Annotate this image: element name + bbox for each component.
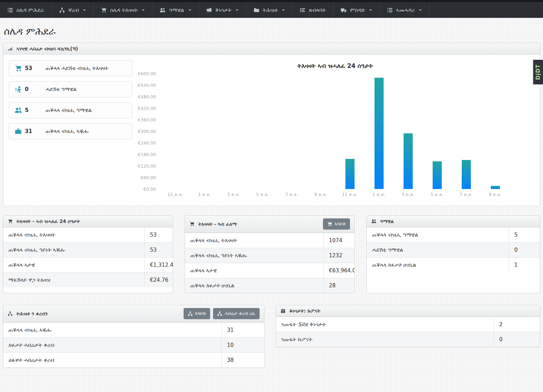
row-value: 1074 bbox=[323, 233, 355, 248]
chart-slot bbox=[161, 74, 190, 189]
chart-x-labels: 11 ድ.ቀ.1 ቅ.ቀ.3 ቅ.ቀ.5 ቅ.ቀ.7 ቅ.ቀ.9 ቅ.ቀ.11 … bbox=[161, 192, 510, 197]
list-icon bbox=[387, 7, 393, 13]
x-tick-label: 1 ቅ.ቀ. bbox=[190, 192, 219, 197]
users-icon bbox=[371, 219, 376, 224]
row-label: ክፉታት ሓበሬታት ቀረብ bbox=[3, 338, 221, 352]
panel-orders-all-time: ትእዛዛት - ካብ ፈለማ ኣካይድ ጠቕላላ ብዝሒ ትእዛዛት 1074 … bbox=[185, 215, 355, 293]
djdt-label: DjDT bbox=[535, 64, 541, 80]
chart-slot bbox=[248, 74, 277, 189]
table-row: ጠቕላላ ብዝሒ ዓማዊል 5 bbox=[367, 227, 540, 242]
panel-title: ቅነሳታት: ኩፖናት bbox=[289, 308, 321, 314]
row-label-emphasis: ክፉታት bbox=[206, 282, 220, 289]
x-tick-label: 7 ቅ.ቀ. bbox=[277, 192, 306, 197]
orders-24h-chart: ትእዛዛት ኣብ ዝሓለፈ 24 ሰዓታት €600.00€540.00€480… bbox=[132, 60, 534, 197]
y-tick-label: €60.00 bbox=[140, 175, 156, 180]
chart-slot bbox=[422, 74, 452, 189]
stat-label: ጠቕላላ ብዝሒ ዓማዊል bbox=[46, 107, 92, 113]
stat-box-total-products: 31 ጠቕላላ ብዝሒ ኣቑሑ bbox=[9, 123, 132, 139]
nav-label: ትሕዝቶ bbox=[263, 7, 278, 13]
row-value: 5 bbox=[509, 227, 540, 242]
stat-box-new-orders: 53 ጠቕላላ ሓደሽቲ ብዝሒ ትእዛዛት bbox=[9, 60, 132, 76]
panel-orders-24h: ትእዛዛት - ኣብ ዝሓለፈ 24 ሰዓታት ጠቕላላ ብዝሒ ትእዛዛት 5… bbox=[3, 215, 173, 293]
nav-item-customers[interactable]: ዓማዊል bbox=[152, 2, 199, 18]
table-row: ጠቕላላ ብዝሒ ዓይነት ኣቑሑ 53 bbox=[3, 242, 173, 257]
nav-item-catalogue[interactable]: ቐረብ bbox=[52, 2, 94, 18]
row-value: 1 bbox=[509, 258, 540, 272]
django-debug-toolbar-handle[interactable]: DjDT bbox=[532, 59, 543, 85]
row-value: 38 bbox=[221, 353, 264, 368]
view-stock-alerts-button[interactable]: ሓበሬታ ቀረብ ርኤ bbox=[213, 308, 260, 319]
y-tick-label: €300.00 bbox=[138, 129, 156, 134]
chevron-down-icon bbox=[142, 9, 145, 11]
panel-offers-vouchers: ቅነሳታት: ኩፖናት ንጡፋት Site ቅነሳታት 2 ንጡፋት ኩፖናት … bbox=[276, 305, 540, 347]
chart-slot bbox=[364, 74, 393, 189]
x-tick-label: 9 ድ.ቀ. bbox=[481, 192, 510, 197]
x-tick-label: 7 ድ.ቀ. bbox=[452, 192, 481, 197]
nav-label: ኣመሓዳሪ bbox=[396, 7, 415, 13]
cart-icon bbox=[190, 222, 194, 226]
y-tick-label: €240.00 bbox=[138, 140, 156, 146]
row-label-part: ዘናቢል bbox=[402, 262, 416, 268]
row-label-emphasis: ዕጹዋት bbox=[8, 357, 22, 363]
chart-slot bbox=[481, 74, 510, 189]
row-label-part: ሓበሬታት ቀረብ bbox=[22, 342, 54, 348]
stats-row-middle: ትእዛዛት - ኣብ ዝሓለፈ 24 ሰዓታት ጠቕላላ ብዝሒ ትእዛዛት 5… bbox=[3, 215, 540, 293]
nav-item-admin[interactable]: ኣመሓዳሪ bbox=[380, 2, 429, 18]
row-label-part: ሓበሬታት ቀረብ bbox=[22, 357, 54, 363]
table-row: ንጡፋት ኩፖናት 0 bbox=[276, 332, 540, 347]
y-tick-label: €480.00 bbox=[138, 94, 156, 99]
nav-item-dashboard[interactable]: ሰሌዳ ምሕደራ bbox=[0, 2, 52, 18]
x-tick-label: 11 ቅ.ቀ. bbox=[335, 192, 364, 197]
nav-label: ዓማዊል bbox=[169, 7, 184, 13]
stats-row-bottom: ትሕዝቶ ን ቀረብን ኣካይድ ሓበሬታ ቀረብ ርኤ ጠቕላላ ብዝሒ ኣቑ… bbox=[3, 305, 540, 368]
row-value: €24.76 bbox=[144, 273, 173, 287]
row-label-part: ቅነሳታት bbox=[308, 321, 326, 328]
button-label: ኣካይድ bbox=[335, 221, 346, 227]
button-label: ሓበሬታ ቀረብ ርኤ bbox=[225, 311, 255, 316]
panel-title: ትእዛዛት - ካብ ፈለማ bbox=[198, 221, 237, 227]
row-value: 2 bbox=[494, 317, 540, 332]
row-label: ማእኸላይ ዋጋ ትእዛዝ bbox=[3, 273, 144, 287]
chevron-down-icon bbox=[236, 9, 239, 11]
panel-heading: ትእዛዛት - ኣብ ዝሓለፈ 24 ሰዓታት bbox=[3, 216, 173, 227]
table-row: ጠቕላላ ኣታዊ €1,312.42 bbox=[3, 257, 173, 272]
chart-bar bbox=[462, 160, 471, 189]
cart-icon bbox=[101, 7, 106, 13]
nav-item-content[interactable]: ትሕዝቶ bbox=[246, 2, 293, 18]
row-label-part: ዘናቢል bbox=[220, 282, 234, 289]
nav-label: ሰሌዳ ትእዛዛት bbox=[110, 7, 138, 13]
stat-box-total-customers: 5 ጠቕላላ ብዝሒ ዓማዊል bbox=[9, 102, 132, 118]
row-label-emphasis: ክፉታት bbox=[388, 262, 401, 268]
chevron-down-icon bbox=[369, 9, 372, 11]
nav-item-fulfilment[interactable]: ምስዳድ bbox=[334, 2, 380, 18]
nav-item-offers[interactable]: ቅነሳታት bbox=[199, 2, 246, 18]
y-tick-label: €180.00 bbox=[138, 152, 156, 157]
chart-slot bbox=[190, 74, 219, 189]
table-row: ጠቕላላ ብዝሒ ኣቑሑ 31 bbox=[3, 322, 264, 337]
panel-heading: ትሕዝቶ ን ቀረብን ኣካይድ ሓበሬታ ቀረብ ርኤ bbox=[3, 305, 264, 322]
row-label-part: ጠቕላላ bbox=[372, 262, 388, 268]
page-title: ሰሌዳ ምሕደራ bbox=[4, 26, 543, 37]
table-row: ጠቕላላ ክፉታት ዘናቢል 28 bbox=[185, 278, 355, 293]
chart-bar bbox=[345, 159, 355, 189]
panel-heading: ትእዛዛት - ካብ ፈለማ ኣካይድ bbox=[185, 216, 355, 233]
cart-icon bbox=[8, 219, 13, 224]
y-tick-label: €540.00 bbox=[138, 83, 156, 88]
manage-orders-button[interactable]: ኣካይድ bbox=[323, 218, 350, 230]
row-label: ጠቕላላ ብዝሒ ትእዛዛት bbox=[185, 233, 323, 248]
main-navbar: ሰሌዳ ምሕደራ ቐረብ ሰሌዳ ትእዛዛት ዓማዊል ቅነሳታት ትሕዝቶ ጸ… bbox=[0, 2, 543, 18]
table-row: ሓደሽቲ ዓማዊል 0 bbox=[367, 242, 540, 257]
row-value: 1232 bbox=[323, 248, 355, 263]
chart-title: ትእዛዛት ኣብ ዝሓለፈ 24 ሰዓታት bbox=[161, 62, 510, 69]
table-row: ንጡፋት Site ቅነሳታት 2 bbox=[276, 317, 540, 332]
stat-label: ሓደሽቲ ዓማዊል bbox=[46, 86, 77, 92]
nav-item-reports[interactable]: ጸብጻባት bbox=[293, 2, 334, 18]
nav-label: ቅነሳታት bbox=[215, 7, 232, 13]
row-value: 28 bbox=[323, 278, 355, 293]
nav-item-orders[interactable]: ሰሌዳ ትእዛዛት bbox=[94, 2, 152, 18]
stat-box-new-customers: 0 ሓደሽቲ ዓማዊል bbox=[9, 81, 132, 97]
sitemap-icon bbox=[59, 7, 65, 13]
manage-catalogue-button[interactable]: ኣካይድ bbox=[184, 308, 211, 319]
stat-label: ጠቕላላ ሓደሽቲ ብዝሒ ትእዛዛት bbox=[46, 65, 108, 71]
table-row: ዕጹዋት ሓበሬታት ቀረብ 38 bbox=[3, 352, 264, 368]
